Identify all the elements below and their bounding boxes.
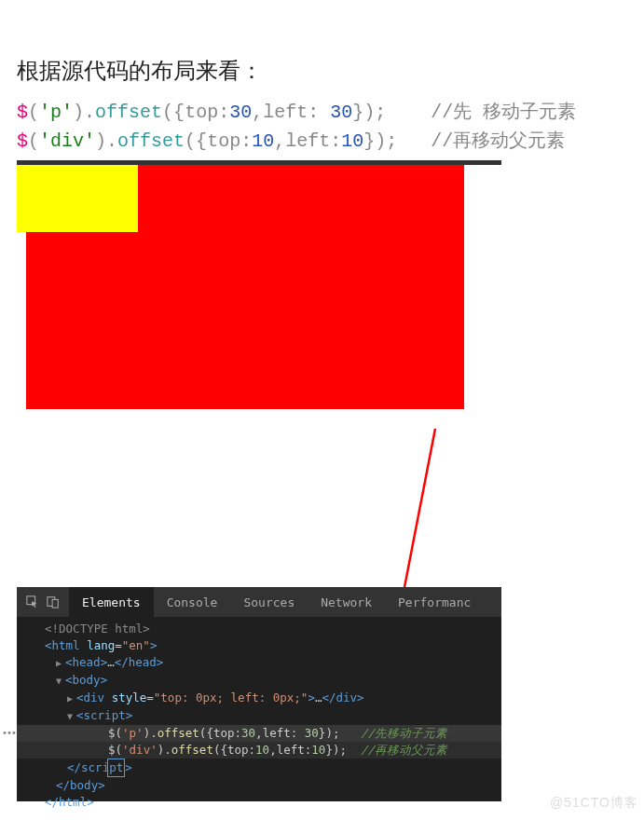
key-left: left <box>285 130 330 152</box>
num-10: 10 <box>252 130 274 152</box>
paren-open: ( <box>28 102 39 123</box>
collapse-icon[interactable]: ▼ <box>67 708 76 725</box>
source-code-line-2: $('div').offset({top:10,left:10}); //再移动… <box>0 126 644 155</box>
key-top: top <box>207 130 240 152</box>
brace-open: { <box>173 102 185 123</box>
comma: , <box>252 102 263 123</box>
brace-close: } <box>352 102 363 123</box>
devtools-panel: Elements Console Sources Network Perform… <box>17 587 501 801</box>
tab-sources[interactable]: Sources <box>230 587 308 617</box>
paren-open: ( <box>185 130 196 152</box>
paren-close: ) <box>95 130 106 152</box>
num-10: 10 <box>341 130 363 152</box>
node-html-open[interactable]: <html lang="en"> <box>34 637 501 654</box>
tab-console[interactable]: Console <box>154 587 231 617</box>
fn-offset: offset <box>117 130 185 152</box>
key-left: left <box>263 102 308 123</box>
paren-open: ( <box>162 102 173 123</box>
paren-close: ) <box>375 130 386 152</box>
p-element-yellow <box>17 165 138 232</box>
node-html-close[interactable]: </html> <box>34 794 501 811</box>
expand-icon[interactable]: ▶ <box>67 690 76 707</box>
paren-open: ( <box>28 130 39 152</box>
tab-network[interactable]: Network <box>308 587 385 617</box>
collapse-icon[interactable]: ▼ <box>56 673 65 690</box>
tab-elements[interactable]: Elements <box>69 587 154 617</box>
comment-1: //先 移动子元素 <box>431 102 576 123</box>
node-script-line-1[interactable]: $('p').offset({top:30,left: 30}); //先移动子… <box>17 725 501 742</box>
colon: : <box>218 102 229 123</box>
fn-offset: offset <box>95 102 162 123</box>
brace-open: { <box>196 130 207 152</box>
colon: : <box>308 102 330 123</box>
selector-string: 'p' <box>39 102 73 123</box>
expand-icon[interactable]: ▶ <box>56 655 65 672</box>
device-toggle-icon[interactable] <box>47 595 60 608</box>
node-script-close[interactable]: </script> <box>34 759 501 777</box>
num-30: 30 <box>229 102 252 123</box>
comment-2: //再移动父元素 <box>431 130 565 152</box>
watermark-text: @51CTO博客 <box>550 795 638 812</box>
dollar-sign: $ <box>17 130 28 152</box>
svg-rect-4 <box>52 599 58 608</box>
node-body-close[interactable]: </body> <box>34 777 501 794</box>
tab-performance[interactable]: Performanc <box>385 587 484 617</box>
devtools-tabbar: Elements Console Sources Network Perform… <box>17 587 501 617</box>
paren-close: ) <box>73 102 84 123</box>
colon: : <box>330 130 341 152</box>
node-script-line-2[interactable]: $('div').offset({top:10,left:10}); //再移动… <box>17 742 501 759</box>
paren-close: ) <box>363 102 375 123</box>
rendered-output <box>17 165 501 426</box>
section-heading: 根据源代码的布局来看： <box>0 0 644 97</box>
node-body-open[interactable]: ▼<body> <box>34 672 501 690</box>
node-head[interactable]: ▶<head>…</head> <box>34 654 501 672</box>
num-30: 30 <box>330 102 352 123</box>
key-top: top <box>185 102 218 123</box>
source-code-line-1: $('p').offset({top:30,left: 30}); //先 移动… <box>0 97 644 126</box>
semicolon: ; <box>386 130 397 152</box>
inspect-element-icon[interactable] <box>26 595 39 608</box>
devtools-elements-tree[interactable]: <!DOCTYPE html> <html lang="en"> ▶<head>… <box>17 617 501 814</box>
colon: : <box>240 130 252 152</box>
brace-close: } <box>363 130 375 152</box>
semicolon: ; <box>375 102 386 123</box>
dollar-sign: $ <box>17 102 28 123</box>
dot: . <box>106 130 117 152</box>
selector-string: 'div' <box>39 130 95 152</box>
node-div[interactable]: ▶<div style="top: 0px; left: 0px;">…</di… <box>34 690 501 707</box>
comma: , <box>274 130 285 152</box>
node-doctype[interactable]: <!DOCTYPE html> <box>34 621 501 637</box>
node-script-open[interactable]: ▼<script> <box>34 707 501 725</box>
dot: . <box>84 102 95 123</box>
edit-cursor: pt <box>107 759 125 777</box>
